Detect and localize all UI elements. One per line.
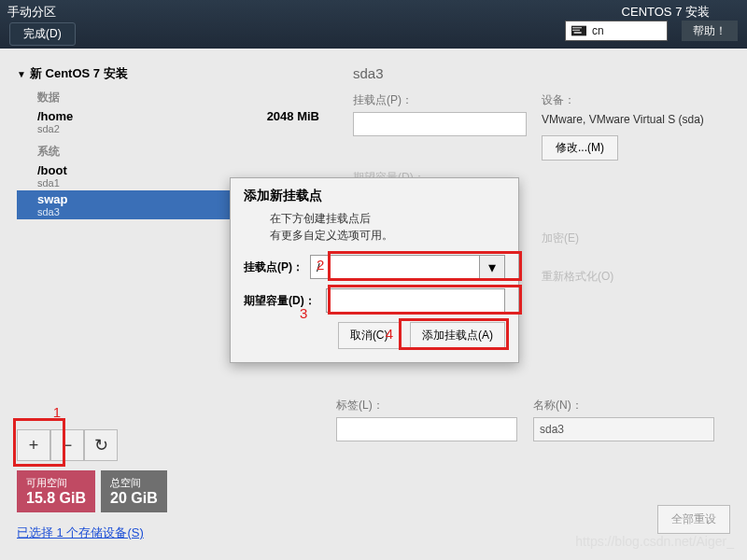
keyboard-icon: [571, 25, 586, 36]
device-value: VMware, VMware Virtual S (sda): [542, 112, 730, 128]
dialog-mountpoint-combo[interactable]: ▾: [310, 255, 505, 279]
help-button[interactable]: 帮助！: [682, 21, 738, 41]
details-title: sda3: [353, 65, 730, 81]
section-system: 系统: [37, 144, 336, 160]
dialog-subtitle: 在下方创建挂载点后 有更多自定义选项可用。: [244, 210, 505, 244]
svg-rect-7: [574, 30, 575, 31]
mountpoint-input[interactable]: [353, 112, 527, 136]
mountpoint-label: 挂载点(P)：: [353, 92, 542, 108]
storage-devices-link[interactable]: 已选择 1 个存储设备(S): [17, 525, 144, 541]
svg-rect-3: [576, 27, 577, 28]
device-label: 设备：: [542, 92, 730, 108]
svg-rect-4: [578, 27, 579, 28]
installer-title: CENTOS 7 安装: [622, 4, 710, 21]
dialog-title: 添加新挂载点: [244, 188, 505, 204]
done-button[interactable]: 完成(D): [9, 22, 76, 46]
label-label: 标签(L)：: [336, 398, 533, 413]
dialog-mountpoint-label: 挂载点(P)：: [244, 259, 310, 275]
dialog-desired-input[interactable]: [326, 288, 505, 313]
svg-rect-8: [576, 30, 577, 31]
dialog-mountpoint-input[interactable]: [310, 255, 479, 279]
total-space-tile: 总空间 20 GiB: [101, 470, 167, 512]
svg-rect-1: [572, 27, 573, 28]
name-label: 名称(N)：: [533, 398, 730, 413]
modify-device-button[interactable]: 修改...(M): [542, 135, 618, 161]
tree-header[interactable]: ▼ 新 CentOS 7 安装: [17, 65, 336, 82]
reset-all-button[interactable]: 全部重设: [657, 505, 730, 534]
dialog-desired-label: 期望容量(D)：: [244, 293, 326, 309]
annotation-label-4: 4: [386, 326, 393, 342]
label-input[interactable]: [336, 417, 517, 441]
encrypt-label: 加密(E): [542, 217, 730, 246]
remove-partition-button[interactable]: −: [50, 429, 84, 461]
reload-button[interactable]: ↻: [84, 429, 118, 461]
partition-toolbar: + − ↻: [17, 429, 118, 461]
keyboard-layout-selector[interactable]: cn: [565, 21, 668, 41]
svg-rect-2: [574, 27, 575, 28]
svg-rect-5: [580, 27, 581, 28]
partition-item-home[interactable]: /home sda2 2048 MiB: [37, 107, 336, 136]
name-input[interactable]: [533, 417, 714, 441]
chevron-down-icon: ▼: [17, 69, 26, 79]
svg-rect-6: [572, 30, 573, 31]
space-summary: 可用空间 15.8 GiB 总空间 20 GiB: [17, 470, 167, 512]
annotation-label-1: 1: [53, 404, 61, 420]
add-mountpoint-dialog: 添加新挂载点 在下方创建挂载点后 有更多自定义选项可用。 挂载点(P)： ▾ 2…: [230, 177, 519, 363]
screen-title: 手动分区: [7, 4, 56, 21]
dialog-add-button[interactable]: 添加挂载点(A): [410, 322, 505, 349]
svg-rect-10: [574, 32, 582, 33]
reformat-label: 重新格式化(O): [542, 256, 730, 285]
watermark: https://blog.csdn.net/Aiger_: [575, 534, 734, 549]
dropdown-icon[interactable]: ▾: [479, 255, 505, 279]
annotation-label-3: 3: [300, 305, 307, 321]
add-partition-button[interactable]: +: [17, 429, 50, 461]
tree-header-label: 新 CentOS 7 安装: [30, 65, 128, 82]
keyboard-layout-label: cn: [592, 24, 604, 37]
annotation-label-2: 2: [317, 257, 324, 273]
section-data: 数据: [37, 90, 336, 105]
svg-rect-9: [578, 30, 579, 31]
topbar: 手动分区 完成(D) CENTOS 7 安装 cn 帮助！: [0, 0, 747, 49]
available-space-tile: 可用空间 15.8 GiB: [17, 470, 95, 512]
